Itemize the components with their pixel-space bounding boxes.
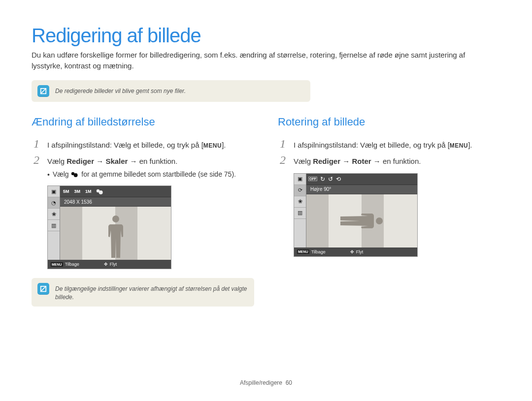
arrow-sep: → bbox=[340, 157, 352, 165]
sc-footer: MENUTilbage ✥Flyt bbox=[48, 260, 171, 269]
note-box-options-vary: De tilgængelige indstillinger varierer a… bbox=[32, 278, 254, 307]
step-text: I afspilningstilstand: Vælg et billede, … bbox=[47, 140, 226, 151]
dpad-icon: ✥ bbox=[104, 262, 108, 267]
intro-text: Du kan udføre forskellige former for bil… bbox=[32, 50, 495, 71]
rotate-heading: Rotering af billede bbox=[278, 116, 500, 128]
step1-post: ]. bbox=[468, 141, 472, 149]
rotate-step-2: 2 Vælg Rediger → Roter → en funktion. bbox=[278, 154, 500, 167]
sc-footer: MENUTilbage ✥Flyt bbox=[294, 247, 417, 256]
sc-rotate-label: Højre 90° bbox=[306, 185, 417, 194]
person-silhouette bbox=[102, 213, 130, 260]
column-rotate: Rotering af billede 1 I afspilningstilst… bbox=[278, 116, 500, 307]
page-title: Redigering af billede bbox=[32, 25, 500, 47]
step-text: Vælg Rediger → Skaler → en funktion. bbox=[47, 156, 177, 167]
note-text: De redigerede billeder vil blive gemt so… bbox=[55, 85, 186, 95]
sc-sb-play-icon: ▣ bbox=[48, 186, 60, 197]
step1-pre: I afspilningstilstand: Vælg et billede, … bbox=[294, 141, 450, 149]
step-text: I afspilningstilstand: Vælg et billede, … bbox=[294, 140, 472, 151]
sc-sb-play-icon: ▣ bbox=[294, 174, 306, 185]
size-3m: 3M bbox=[73, 188, 82, 194]
resize-bullet: • Vælg for at gemme billedet som startbi… bbox=[47, 170, 254, 180]
sc-toolbar: 5M 3M 1M bbox=[60, 186, 171, 197]
footer-move: Flyt bbox=[110, 262, 117, 267]
note-icon bbox=[37, 85, 49, 97]
size-1m: 1M bbox=[84, 188, 93, 194]
rotate-step-1: 1 I afspilningstilstand: Vælg et billede… bbox=[278, 137, 500, 151]
rotate-right-icon: ↻ bbox=[320, 176, 325, 183]
step-number: 2 bbox=[32, 154, 41, 167]
sc-canvas bbox=[306, 194, 417, 247]
step-text: Vælg Rediger → Roter → en funktion. bbox=[294, 156, 421, 167]
sc-sidebar: ▣ ⟳ ❀ ▥ bbox=[294, 174, 306, 247]
bullet-pre: Vælg bbox=[53, 170, 71, 178]
sc-sb-adjust-icon: ▥ bbox=[294, 208, 306, 219]
step-number: 1 bbox=[278, 137, 288, 151]
note-text: De tilgængelige indstillinger varierer a… bbox=[55, 283, 247, 302]
step1-pre: I afspilningstilstand: Vælg et billede, … bbox=[47, 141, 203, 149]
sc-canvas bbox=[60, 207, 171, 260]
bullet-post: for at gemme billedet som startbillede (… bbox=[79, 170, 235, 178]
resize-step-2: 2 Vælg Rediger → Skaler → en funktion. bbox=[32, 154, 254, 167]
bold-rediger: Rediger bbox=[66, 157, 94, 165]
sc-sb-clock-icon: ◔ bbox=[48, 197, 60, 209]
resize-heading: Ændring af billedstørrelse bbox=[32, 116, 254, 128]
rotate-180-icon: ⟲ bbox=[336, 176, 341, 183]
footer-section: Afspille/redigere bbox=[240, 379, 282, 386]
rotate-screenshot: ▣ ⟳ ❀ ▥ OFF ↻ ↺ ⟲ Højre 90° bbox=[294, 173, 418, 257]
step-number: 2 bbox=[278, 154, 288, 167]
arrow-sep: → bbox=[94, 157, 105, 165]
size-5m: 5M bbox=[62, 188, 70, 194]
column-resize: Ændring af billedstørrelse 1 I afspilnin… bbox=[32, 116, 254, 307]
footer-page-number: 60 bbox=[286, 379, 292, 386]
bullet-icon: • bbox=[47, 170, 50, 180]
resize-step-1: 1 I afspilningstilstand: Vælg et billede… bbox=[32, 137, 254, 151]
menu-button-label: MENU bbox=[203, 141, 222, 151]
svg-point-3 bbox=[99, 190, 102, 194]
step-number: 1 bbox=[32, 137, 41, 151]
svg-point-1 bbox=[74, 173, 78, 177]
bold-rediger: Rediger bbox=[313, 157, 340, 165]
sc-toolbar: OFF ↻ ↺ ⟲ bbox=[306, 174, 417, 185]
start-image-icon bbox=[70, 171, 79, 178]
step2-post: → en funktion. bbox=[128, 157, 177, 165]
bullet-text: Vælg for at gemme billedet som startbill… bbox=[53, 170, 236, 178]
sc-sb-rotate-icon: ⟳ bbox=[294, 185, 306, 196]
sc-sidebar: ▣ ◔ ❀ ▥ bbox=[48, 186, 60, 260]
resize-screenshot: ▣ ◔ ❀ ▥ 5M 3M 1M 2048 X 1536 bbox=[47, 185, 171, 269]
footer-move: Flyt bbox=[356, 249, 364, 254]
person-silhouette-rotated bbox=[338, 207, 386, 235]
footer-back: Tilbage bbox=[65, 262, 79, 267]
rotate-left-icon: ↺ bbox=[328, 176, 333, 183]
dpad-icon: ✥ bbox=[350, 249, 354, 254]
footer-back: Tilbage bbox=[311, 249, 326, 254]
sc-sb-adjust-icon: ▥ bbox=[48, 220, 60, 231]
sc-sb-palette-icon: ❀ bbox=[294, 196, 306, 208]
step2-pre: Vælg bbox=[47, 157, 66, 165]
note-icon bbox=[37, 283, 49, 295]
bold-skaler: Skaler bbox=[105, 157, 128, 165]
page-footer: Afspille/redigere 60 bbox=[0, 379, 532, 386]
off-icon: OFF bbox=[308, 177, 317, 181]
menu-tag: MENU bbox=[297, 249, 309, 254]
sc-resolution-label: 2048 X 1536 bbox=[60, 197, 171, 207]
step1-post: ]. bbox=[222, 141, 226, 149]
sc-sb-palette-icon: ❀ bbox=[48, 209, 60, 220]
step2-post: → en funktion. bbox=[371, 157, 421, 165]
bold-roter: Roter bbox=[352, 157, 371, 165]
step2-pre: Vælg bbox=[294, 157, 313, 165]
menu-button-label: MENU bbox=[450, 141, 468, 151]
menu-tag: MENU bbox=[51, 262, 63, 267]
note-box-saved-as-new: De redigerede billeder vil blive gemt so… bbox=[32, 80, 310, 102]
start-image-icon bbox=[96, 188, 104, 195]
